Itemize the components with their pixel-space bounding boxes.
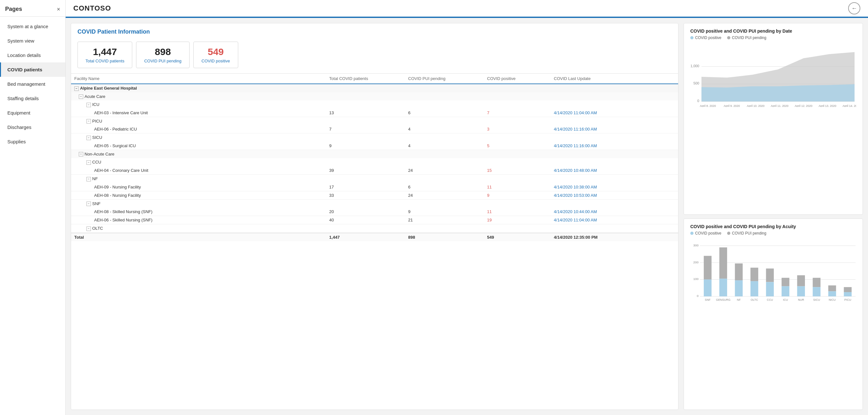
cell-pui: 21: [405, 216, 484, 224]
cell-total-pui: 898: [405, 233, 484, 241]
svg-text:April 12, 2020: April 12, 2020: [795, 104, 812, 107]
back-button[interactable]: ←: [848, 2, 860, 14]
bar-chart-legend: COVID positive COVID PUI pending: [690, 231, 856, 235]
cell-pui: 6: [405, 109, 484, 117]
card-value-pui: 898: [144, 46, 181, 57]
sidebar-item-covid-patients[interactable]: COVID patients: [0, 62, 65, 77]
area-chart-card: COVID positive and COVID PUI pending by …: [684, 23, 863, 215]
bar-chart-svg: 0 100 200 300 SNFGENSURGNFOLTCCCUICUNURS…: [690, 239, 856, 302]
table-row: −SICU: [71, 133, 678, 142]
expand-icon[interactable]: −: [87, 136, 91, 140]
expand-icon[interactable]: −: [87, 119, 91, 124]
expand-icon[interactable]: −: [87, 103, 91, 107]
bar-legend-item-gray: COVID PUI pending: [727, 231, 766, 235]
expand-icon[interactable]: −: [87, 201, 91, 206]
bar-label: SICU: [813, 298, 820, 301]
cell-total: 13: [326, 109, 405, 117]
expand-icon[interactable]: −: [74, 86, 79, 91]
bar-segment-blue: [797, 286, 805, 296]
main-content: CONTOSO ← COVID Patient Information 1,44…: [66, 0, 868, 415]
legend-item-blue: COVID positive: [690, 35, 721, 40]
cell-positive: 11: [484, 208, 551, 216]
table-row: AEH-03 - Intensive Care Unit 13 6 7 4/14…: [71, 109, 678, 117]
bar-chart-wrapper: 0 100 200 300 SNFGENSURGNFOLTCCCUICUNURS…: [690, 239, 856, 304]
bar-segment-blue: [735, 280, 743, 296]
svg-text:April 8, 2020: April 8, 2020: [700, 104, 716, 107]
sidebar-item-bed-management[interactable]: Bed management: [0, 77, 65, 91]
cell-facility: AEH-08 - Nursing Facility: [71, 191, 326, 199]
expand-icon[interactable]: −: [87, 177, 91, 182]
cell-pui: 4: [405, 142, 484, 150]
bar-segment-gray: [704, 256, 711, 279]
sidebar-item-equipment[interactable]: Equipment: [0, 105, 65, 120]
card-pui-pending: 898 COVID PUI pending: [136, 41, 189, 68]
bar-label: GENSURG: [716, 298, 730, 301]
left-panel: COVID Patient Information 1,447 Total CO…: [71, 23, 678, 410]
cell-positive: 9: [484, 191, 551, 199]
legend-label-gray: COVID PUI pending: [732, 35, 766, 40]
bar-segment-gray: [781, 278, 789, 286]
cell-date: 4/14/2020 10:38:00 AM: [551, 183, 678, 191]
sidebar-item-system-at-glance[interactable]: System at a glance: [0, 19, 65, 34]
bar-segment-blue: [719, 278, 727, 296]
cell-positive: 15: [484, 166, 551, 175]
svg-text:500: 500: [693, 81, 699, 85]
expand-icon[interactable]: −: [87, 227, 91, 231]
cell-total-total: 1,447: [326, 233, 405, 241]
cell-total: 39: [326, 166, 405, 175]
cell-positive: 7: [484, 109, 551, 117]
card-total-covid: 1,447 Total COVID patients: [78, 41, 132, 68]
bar-legend-dot-blue: [690, 232, 693, 235]
sidebar-item-system-view[interactable]: System view: [0, 34, 65, 48]
expand-icon[interactable]: −: [79, 94, 83, 99]
app-title: CONTOSO: [73, 4, 111, 12]
bar-label: OLTC: [750, 298, 758, 301]
table-row: AEH-04 - Coronary Care Unit 39 24 15 4/1…: [71, 166, 678, 175]
sidebar-item-location-details[interactable]: Location details: [0, 48, 65, 62]
legend-dot-blue: [690, 36, 693, 39]
svg-text:1,000: 1,000: [691, 64, 699, 68]
bar-segment-blue: [750, 281, 758, 296]
expand-icon[interactable]: −: [87, 160, 91, 165]
table-row: −CCU: [71, 158, 678, 166]
area-chart-legend: COVID positive COVID PUI pending: [690, 35, 856, 40]
col-header-facility: Facility Name: [71, 73, 326, 84]
legend-item-gray: COVID PUI pending: [727, 35, 766, 40]
bar-label: NUR: [798, 298, 804, 301]
cell-pui: 6: [405, 183, 484, 191]
bar-segment-gray: [797, 275, 805, 286]
sidebar-item-supplies[interactable]: Supplies: [0, 134, 65, 149]
summary-cards: 1,447 Total COVID patients 898 COVID PUI…: [71, 38, 678, 73]
cell-date: 4/14/2020 10:53:00 AM: [551, 191, 678, 199]
bar-legend-dot-gray: [727, 232, 730, 235]
sidebar-item-staffing-details[interactable]: Staffing details: [0, 91, 65, 105]
bar-segment-blue: [781, 286, 789, 296]
sidebar-item-discharges[interactable]: Discharges: [0, 120, 65, 134]
section-title: COVID Patient Information: [78, 29, 150, 35]
cell-total-pos: 549: [484, 233, 551, 241]
cell-total: 33: [326, 191, 405, 199]
card-covid-positive: 549 COVID positive: [193, 41, 238, 68]
table-row: AEH-05 - Surgical ICU 9 4 5 4/14/2020 11…: [71, 142, 678, 150]
cell-total: 17: [326, 183, 405, 191]
svg-text:April 13, 2020: April 13, 2020: [819, 104, 836, 107]
col-header-total: Total COVID patients: [326, 73, 405, 84]
bar-segment-gray: [735, 263, 743, 280]
table-row: AEH-06 - Pediatric ICU 7 4 3 4/14/2020 1…: [71, 125, 678, 133]
card-label-positive: COVID positive: [202, 59, 230, 63]
bar-legend-item-blue: COVID positive: [690, 231, 721, 235]
bar-label: ICU: [783, 298, 788, 301]
cell-facility: AEH-04 - Coronary Care Unit: [71, 166, 326, 175]
cell-total: 7: [326, 125, 405, 133]
cell-date: 4/14/2020 10:48:00 AM: [551, 166, 678, 175]
covid-table: Facility Name Total COVID patients COVID…: [71, 73, 678, 241]
svg-text:0: 0: [697, 294, 699, 297]
content-area: COVID Patient Information 1,447 Total CO…: [66, 18, 868, 415]
sidebar-header: Pages ×: [0, 0, 65, 17]
area-chart-wrapper: 0 500 1,000 April 8, 2020 April 9,: [690, 43, 856, 108]
panel-header: COVID Patient Information: [71, 23, 678, 38]
close-icon[interactable]: ×: [57, 6, 60, 12]
cell-positive: 19: [484, 216, 551, 224]
expand-icon[interactable]: −: [79, 152, 83, 156]
bar-segment-gray: [719, 247, 727, 279]
